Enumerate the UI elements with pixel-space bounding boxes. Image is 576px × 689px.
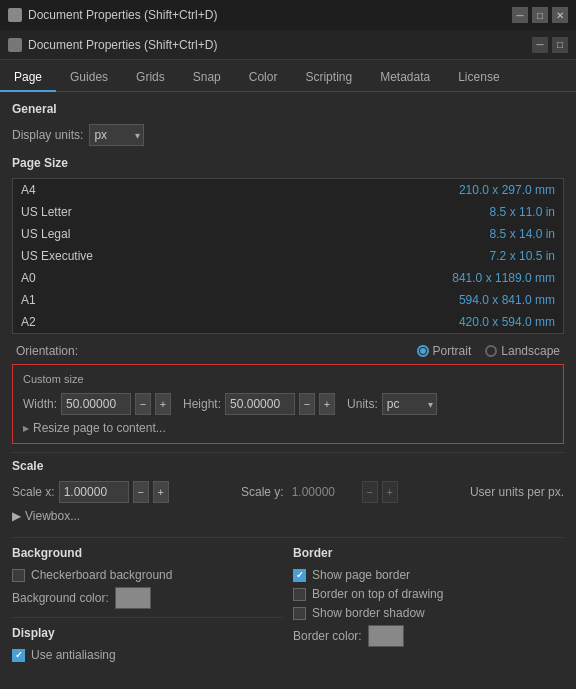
checkerboard-checkbox[interactable] [12,569,25,582]
show-page-border-checkbox[interactable] [293,569,306,582]
page-size-dim: 841.0 x 1189.0 mm [452,271,555,285]
scale-y-input[interactable] [288,481,358,503]
list-item[interactable]: US Executive7.2 x 10.5 in [13,245,563,267]
units-select[interactable]: pc px mm in pt cm [382,393,437,415]
bg-color-label: Background color: [12,591,109,605]
page-size-dim: 8.5 x 11.0 in [490,205,555,219]
page-size-dim: 7.2 x 10.5 in [490,249,555,263]
show-border-shadow-checkbox[interactable] [293,607,306,620]
landscape-label: Landscape [501,344,560,358]
tab-color[interactable]: Color [235,64,292,92]
sub-minimize-button[interactable]: ─ [532,37,548,53]
scale-x-input[interactable] [59,481,129,503]
display-title: Display [12,626,283,640]
scale-x-decrement-button[interactable]: − [133,481,149,503]
tab-grids[interactable]: Grids [122,64,179,92]
scale-y-increment-button[interactable]: + [382,481,398,503]
resize-page-link[interactable]: ▶ Resize page to content... [23,421,553,435]
page-size-name: A4 [21,183,36,197]
background-section: Background Checkerboard background Backg… [12,546,283,667]
checkerboard-label: Checkerboard background [31,568,172,582]
page-size-name: A0 [21,271,36,285]
page-size-dim: 8.5 x 14.0 in [490,227,555,241]
antialiasing-row: Use antialiasing [12,648,283,662]
background-title: Background [12,546,283,560]
border-on-top-label: Border on top of drawing [312,587,443,601]
orientation-options: Portrait Landscape [417,344,560,358]
units-label: Units: [347,397,378,411]
sub-window-title: Document Properties (Shift+Ctrl+D) [28,38,217,52]
display-units-wrapper: px mm in pt pc cm [89,124,144,146]
close-button[interactable]: ✕ [552,7,568,23]
list-item[interactable]: A2420.0 x 594.0 mm [13,311,563,333]
portrait-label: Portrait [433,344,472,358]
height-input[interactable] [225,393,295,415]
tab-bar: Page Guides Grids Snap Color Scripting M… [0,60,576,92]
tab-page[interactable]: Page [0,64,56,92]
portrait-radio[interactable] [417,345,429,357]
page-size-list[interactable]: A4210.0 x 297.0 mmUS Letter8.5 x 11.0 in… [12,178,564,334]
list-item[interactable]: US Letter8.5 x 11.0 in [13,201,563,223]
scale-y-group: Scale y: − + [241,481,398,503]
resize-arrow-icon: ▶ [23,424,29,433]
minimize-button[interactable]: ─ [512,7,528,23]
list-item[interactable]: A0841.0 x 1189.0 mm [13,267,563,289]
bg-color-swatch[interactable] [115,587,151,609]
height-increment-button[interactable]: + [319,393,335,415]
list-item[interactable]: A4210.0 x 297.0 mm [13,179,563,201]
page-size-name: US Legal [21,227,70,241]
checkerboard-row: Checkerboard background [12,568,283,582]
border-color-swatch[interactable] [368,625,404,647]
width-label: Width: [23,397,57,411]
height-decrement-button[interactable]: − [299,393,315,415]
tab-guides[interactable]: Guides [56,64,122,92]
landscape-option[interactable]: Landscape [485,344,560,358]
border-color-label: Border color: [293,629,362,643]
tab-snap[interactable]: Snap [179,64,235,92]
border-on-top-checkbox[interactable] [293,588,306,601]
sub-maximize-button[interactable]: □ [552,37,568,53]
app-icon [8,8,22,22]
width-increment-button[interactable]: + [155,393,171,415]
width-input[interactable] [61,393,131,415]
orientation-label: Orientation: [16,344,78,358]
custom-size-title: Custom size [23,373,553,385]
viewbox-link[interactable]: ▶ Viewbox... [12,509,564,523]
scale-y-decrement-button[interactable]: − [362,481,378,503]
scale-x-increment-button[interactable]: + [153,481,169,503]
scale-section-title: Scale [12,459,564,473]
viewbox-link-label: Viewbox... [25,509,80,523]
general-section-title: General [12,102,564,116]
list-item[interactable]: A1594.0 x 841.0 mm [13,289,563,311]
maximize-button[interactable]: □ [532,7,548,23]
show-border-shadow-row: Show border shadow [293,606,564,620]
display-section: Display Use antialiasing [12,617,283,662]
display-units-select[interactable]: px mm in pt pc cm [89,124,144,146]
tab-metadata[interactable]: Metadata [366,64,444,92]
list-item[interactable]: US Legal8.5 x 14.0 in [13,223,563,245]
viewbox-arrow-icon: ▶ [12,509,21,523]
content-area: General Display units: px mm in pt pc cm… [0,92,576,689]
show-border-shadow-label: Show border shadow [312,606,425,620]
width-decrement-button[interactable]: − [135,393,151,415]
portrait-option[interactable]: Portrait [417,344,472,358]
tab-license[interactable]: License [444,64,513,92]
landscape-radio[interactable] [485,345,497,357]
orientation-row: Orientation: Portrait Landscape [12,344,564,358]
height-group: Height: − + [183,393,335,415]
page-size-dim: 210.0 x 297.0 mm [459,183,555,197]
scale-x-group: Scale x: − + [12,481,169,503]
units-group: Units: pc px mm in pt cm [347,393,437,415]
scale-y-label: Scale y: [241,485,284,499]
tab-scripting[interactable]: Scripting [291,64,366,92]
title-bar: Document Properties (Shift+Ctrl+D) ─ □ ✕ [0,0,576,30]
border-on-top-row: Border on top of drawing [293,587,564,601]
border-section: Border Show page border Border on top of… [293,546,564,667]
antialiasing-checkbox[interactable] [12,649,25,662]
user-units-label: User units per px. [470,485,564,499]
border-color-row: Border color: [293,625,564,647]
sub-title-bar: Document Properties (Shift+Ctrl+D) ─ □ [0,30,576,60]
window-controls: ─ □ ✕ [512,7,568,23]
page-size-title: Page Size [12,156,564,170]
page-size-name: US Letter [21,205,72,219]
